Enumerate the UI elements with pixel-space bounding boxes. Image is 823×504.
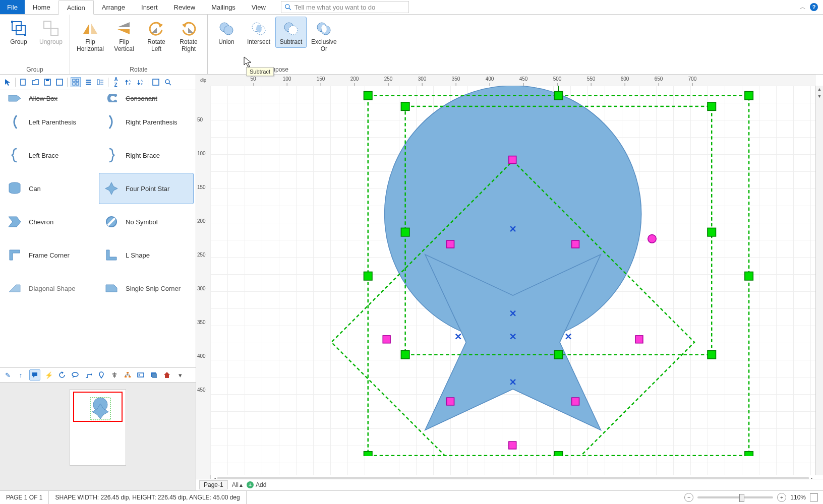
scroll-up-icon[interactable]: ▲ [816,86,823,93]
zoom-fit-button[interactable] [810,493,818,501]
tab-review[interactable]: Review [166,0,204,14]
zoom-slider-knob[interactable] [739,494,744,502]
subtract-button[interactable]: Subtract [275,17,307,48]
sort-up-icon[interactable]: AZ [124,78,133,87]
svg-line-1 [289,8,291,10]
add-page-button[interactable]: +Add [247,481,266,488]
ribbon-group-label: Group [3,65,67,73]
shape-item-diagonal-shape[interactable]: Diagonal Shape [2,273,97,304]
tab-mailings[interactable]: Mailings [203,0,244,14]
help-icon[interactable]: ? [810,3,818,11]
zoom-out-button[interactable]: − [684,493,693,502]
svg-line-47 [169,83,171,85]
shape-item-left-brace[interactable]: Left Brace [2,140,97,171]
svg-rect-60 [112,373,116,374]
edit-icon[interactable]: ✎ [3,370,12,380]
exclusive-or-button[interactable]: Exclusive Or [308,17,340,55]
shape-item-left-parenthesis[interactable]: Left Parenthesis [2,106,97,138]
vertical-ruler[interactable]: 50100150200250300350400450 [196,86,211,483]
refresh-icon[interactable] [57,370,67,380]
shape-item[interactable]: Allow Box [2,92,97,104]
status-shape: SHAPE WIDTH: 226.45 dip, HEIGHT: 226.45 … [49,491,246,504]
tab-action[interactable]: Action [58,1,94,15]
flip-vertical-button[interactable]: Flip Vertical [108,17,140,55]
collapse-ribbon-icon[interactable]: ︿ [800,3,806,12]
chat-icon[interactable] [71,370,80,380]
all-pages[interactable]: All ▴ [232,481,243,488]
page-thumbnail[interactable] [70,390,126,465]
sort-az-icon[interactable]: AZ [111,78,121,87]
bolt-icon[interactable]: ⚡ [44,370,53,380]
tab-view[interactable]: View [244,0,274,14]
grid-icon[interactable] [71,77,81,87]
pointer-tool-icon[interactable] [3,78,12,87]
ribbon-group-group: Group Ungroup Group [0,15,70,74]
map-pin-icon[interactable] [97,370,106,380]
svg-rect-75 [554,91,562,99]
tab-insert[interactable]: Insert [133,0,166,14]
connector-icon[interactable] [84,370,93,380]
vertical-scrollbar[interactable]: ▲ ▼ [815,86,823,475]
file-menu[interactable]: File [0,0,25,14]
align-center-icon[interactable] [110,370,119,380]
right-brace-icon [103,147,120,163]
tab-arrange[interactable]: Arrange [94,0,133,14]
horizontal-ruler[interactable]: 5010015020025030035040045050055060065070… [210,75,816,86]
panel-icon[interactable] [151,78,160,87]
shape-item[interactable]: Consonant [99,92,194,104]
ungroup-button[interactable]: Ungroup [35,17,67,48]
rotate-right-button[interactable]: Rotate Right [173,17,204,55]
canvas[interactable] [210,86,816,475]
zoom-in-button[interactable]: + [777,493,786,502]
shape-item-four-point-star[interactable]: Four Point Star [99,173,194,204]
four-point-star-icon [103,180,120,197]
home-icon[interactable] [162,370,171,380]
canvas-wrap: dip 501001502002503003504004505005506006… [196,75,823,490]
svg-rect-26 [21,79,25,85]
shape-item-right-brace[interactable]: Right Brace [99,140,194,171]
scroll-down-icon[interactable]: ▼ [816,93,823,100]
shape-item-no-symbol[interactable]: No Symbol [99,206,194,237]
intersect-icon [250,19,267,37]
ungroup-icon [42,19,60,37]
side-toolbar-2: ✎ ↑ ⚡ ▾ [0,368,196,383]
shape-item-right-parenthesis[interactable]: Right Parenthesis [99,106,194,138]
star-rotation-handle[interactable] [648,235,656,243]
rotate-left-button[interactable]: Rotate Left [141,17,172,55]
arrow-box-icon [7,92,23,104]
page-tab[interactable]: Page-1 [199,480,228,489]
hierarchy-icon[interactable] [123,370,132,380]
chevron-down-icon[interactable]: ▾ [175,370,185,380]
svg-marker-13 [152,28,157,33]
zoom-icon[interactable] [163,78,172,87]
svg-rect-83 [401,102,409,110]
open-icon[interactable] [31,78,40,87]
intersect-button[interactable]: Intersect [243,17,274,48]
shape-item-single-snip-corner[interactable]: Single Snip Corner [99,273,194,304]
saveas-icon[interactable] [55,78,64,87]
svg-marker-69 [164,372,170,378]
comment-icon[interactable] [29,369,40,381]
zoom-slider[interactable] [697,496,773,498]
save-icon[interactable] [43,78,52,87]
union-button[interactable]: Union [211,17,242,48]
svg-point-21 [288,26,298,35]
sort-down-icon[interactable]: AZ [136,78,145,87]
card-icon[interactable] [136,370,145,380]
frame-corner-icon [7,247,23,263]
shape-item-frame-corner[interactable]: Frame Corner [2,239,97,271]
flip-horizontal-button[interactable]: Flip Horizontal [73,17,107,55]
search-box[interactable]: Tell me what you want to do [281,1,409,13]
chevron-up-icon: ▴ [240,481,243,488]
up-arrow-icon[interactable]: ↑ [16,370,25,380]
shape-item-chevron[interactable]: Chevron [2,206,97,237]
tab-home[interactable]: Home [25,0,58,14]
group-button[interactable]: Group [3,17,34,48]
details-icon[interactable] [96,78,105,87]
list-icon[interactable] [84,78,93,87]
shape-item-l-shape[interactable]: L Shape [99,239,194,271]
svg-rect-96 [572,240,579,248]
new-icon[interactable] [19,78,28,87]
layers-icon[interactable] [149,370,158,380]
shape-item-can[interactable]: Can [2,173,97,204]
